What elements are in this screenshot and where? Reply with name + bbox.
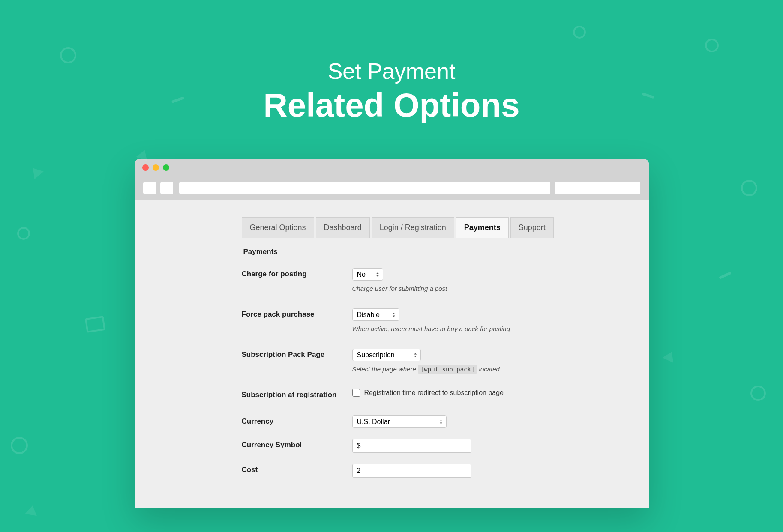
label-subscription-pack-page: Subscription Pack Page: [242, 349, 352, 359]
window-titlebar: [135, 159, 649, 176]
address-bar[interactable]: [179, 182, 550, 194]
row-force-pack-purchase: Force pack purchase Disable When active,…: [242, 308, 649, 332]
section-title: Payments: [243, 248, 649, 256]
input-cost[interactable]: [352, 464, 471, 478]
checkbox-subscription-at-registration[interactable]: [352, 389, 360, 397]
label-currency: Currency: [242, 415, 352, 426]
shortcode-sub-pack: [wpuf_sub_pack]: [418, 365, 477, 374]
select-charge-for-posting[interactable]: No: [352, 268, 383, 281]
row-currency: Currency U.S. Dollar: [242, 415, 649, 428]
minimize-icon[interactable]: [153, 164, 159, 171]
hero-title: Related Options: [0, 86, 783, 125]
tab-payments[interactable]: Payments: [456, 217, 509, 238]
maximize-icon[interactable]: [163, 164, 169, 171]
row-currency-symbol: Currency Symbol: [242, 439, 649, 453]
row-subscription-pack-page: Subscription Pack Page Subscription Sele…: [242, 349, 649, 373]
toolbar-right-field[interactable]: [555, 182, 640, 194]
settings-tabs: General Options Dashboard Login / Regist…: [242, 217, 649, 238]
label-force-pack-purchase: Force pack purchase: [242, 308, 352, 319]
toolbar-button-2[interactable]: [160, 182, 173, 194]
help-charge-for-posting: Charge user for submitting a post: [352, 285, 649, 292]
browser-window: General Options Dashboard Login / Regist…: [135, 159, 649, 508]
select-subscription-pack-page[interactable]: Subscription: [352, 349, 421, 361]
checkbox-label-subscription-at-registration: Registration time redirect to subscripti…: [364, 389, 504, 397]
select-currency[interactable]: U.S. Dollar: [352, 415, 447, 428]
row-subscription-at-registration: Subscription at registration Registratio…: [242, 389, 649, 399]
settings-viewport: General Options Dashboard Login / Regist…: [135, 200, 649, 508]
label-currency-symbol: Currency Symbol: [242, 439, 352, 449]
toolbar-button-1[interactable]: [143, 182, 156, 194]
row-charge-for-posting: Charge for posting No Charge user for su…: [242, 268, 649, 292]
tab-support[interactable]: Support: [510, 217, 554, 238]
help-subscription-pack-page: Select the page where [wpuf_sub_pack] lo…: [352, 365, 649, 373]
browser-toolbar: [135, 176, 649, 200]
help-force-pack-purchase: When active, users must have to buy a pa…: [352, 325, 649, 332]
close-icon[interactable]: [142, 164, 149, 171]
input-currency-symbol[interactable]: [352, 439, 471, 453]
label-subscription-at-registration: Subscription at registration: [242, 389, 352, 399]
label-cost: Cost: [242, 464, 352, 474]
tab-dashboard[interactable]: Dashboard: [316, 217, 370, 238]
select-force-pack-purchase[interactable]: Disable: [352, 308, 399, 321]
row-cost: Cost: [242, 464, 649, 478]
label-charge-for-posting: Charge for posting: [242, 268, 352, 278]
hero-header: Set Payment Related Options: [0, 0, 783, 125]
tab-login-registration[interactable]: Login / Registration: [372, 217, 454, 238]
hero-subtitle: Set Payment: [0, 58, 783, 84]
tab-general-options[interactable]: General Options: [242, 217, 314, 238]
